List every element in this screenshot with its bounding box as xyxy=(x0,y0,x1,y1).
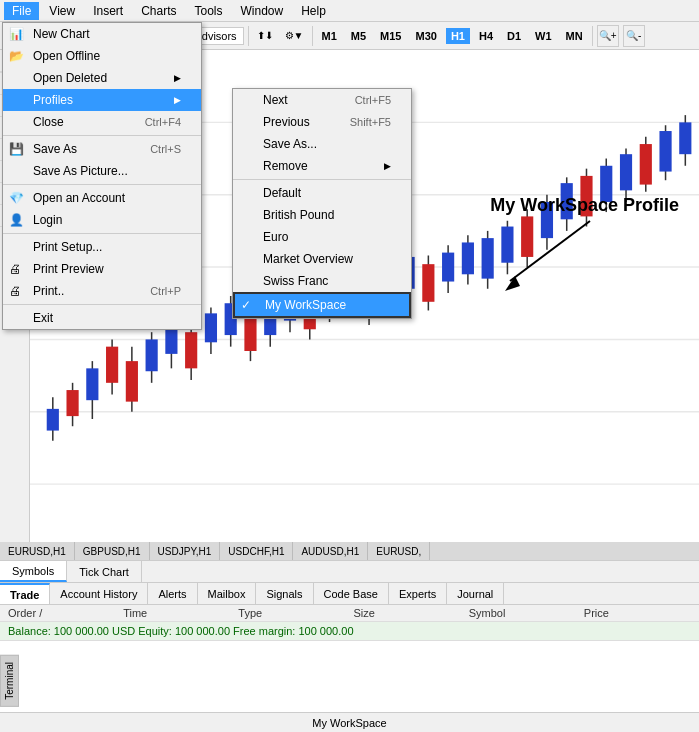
toolbar-sep-1 xyxy=(248,26,249,46)
tab-symbols[interactable]: Symbols xyxy=(0,561,67,582)
svg-rect-14 xyxy=(106,347,118,383)
status-text: My WorkSpace xyxy=(312,717,386,729)
svg-rect-12 xyxy=(86,368,98,400)
file-menu-save-as-picture[interactable]: Save As Picture... xyxy=(3,160,201,182)
file-menu-exit[interactable]: Exit xyxy=(3,307,201,329)
terminal-balance: Balance: 100 000.00 USD Equity: 100 000.… xyxy=(0,622,699,641)
profiles-save-as[interactable]: Save As... xyxy=(233,133,411,155)
svg-rect-70 xyxy=(659,131,671,172)
file-menu-print[interactable]: 🖨 Print.. Ctrl+P xyxy=(3,280,201,302)
profiles-arrow: ▶ xyxy=(174,95,181,105)
pair-tab-eurusd-2[interactable]: EURUSD, xyxy=(368,542,430,560)
toolbar-settings[interactable]: ⚙▼ xyxy=(281,28,308,43)
terminal-tab-trade[interactable]: Trade xyxy=(0,583,50,604)
menu-sep-1 xyxy=(3,135,201,136)
profiles-sep xyxy=(233,179,411,180)
close-shortcut: Ctrl+F4 xyxy=(145,116,181,128)
profile-market-overview[interactable]: Market Overview xyxy=(233,248,411,270)
col-type: Type xyxy=(234,606,349,620)
pair-tab-gbpusd-h1[interactable]: GBPUSD,H1 xyxy=(75,542,150,560)
terminal-panel: Trade Account History Alerts Mailbox Sig… xyxy=(0,582,699,712)
pair-tab-audusd-h1[interactable]: AUDUSD,H1 xyxy=(293,542,368,560)
terminal-tab-signals[interactable]: Signals xyxy=(256,583,313,604)
terminal-columns: Order / Time Type Size Symbol Price xyxy=(0,605,699,622)
profile-default[interactable]: Default xyxy=(233,182,411,204)
print-shortcut: Ctrl+P xyxy=(150,285,181,297)
menu-help[interactable]: Help xyxy=(293,2,334,20)
svg-rect-64 xyxy=(600,166,612,202)
terminal-side-label[interactable]: Terminal xyxy=(0,655,19,707)
toolbar-sep-2 xyxy=(312,26,313,46)
file-menu-open-account[interactable]: 💎 Open an Account xyxy=(3,187,201,209)
file-menu-open-deleted[interactable]: Open Deleted ▶ xyxy=(3,67,201,89)
file-menu-save-as[interactable]: 💾 Save As Ctrl+S xyxy=(3,138,201,160)
svg-rect-16 xyxy=(126,361,138,402)
svg-rect-8 xyxy=(47,409,59,431)
terminal-tab-alerts[interactable]: Alerts xyxy=(148,583,197,604)
timeframe-d1[interactable]: D1 xyxy=(502,28,526,44)
col-order: Order / xyxy=(4,606,119,620)
timeframe-h1[interactable]: H1 xyxy=(446,28,470,44)
tab-tick-chart[interactable]: Tick Chart xyxy=(67,561,142,582)
terminal-tab-mailbox[interactable]: Mailbox xyxy=(198,583,257,604)
terminal-tab-experts[interactable]: Experts xyxy=(389,583,447,604)
profiles-previous[interactable]: Previous Shift+F5 xyxy=(233,111,411,133)
file-dropdown[interactable]: 📊 New Chart 📂 Open Offline Open Deleted … xyxy=(2,22,202,330)
profile-british-pound[interactable]: British Pound xyxy=(233,204,411,226)
col-symbol: Symbol xyxy=(465,606,580,620)
zoom-in-btn[interactable]: 🔍+ xyxy=(597,25,619,47)
profile-swiss-franc[interactable]: Swiss Franc xyxy=(233,270,411,292)
menu-view[interactable]: View xyxy=(41,2,83,20)
timeframe-m15[interactable]: M15 xyxy=(375,28,406,44)
menu-insert[interactable]: Insert xyxy=(85,2,131,20)
print-preview-icon: 🖨 xyxy=(9,262,21,276)
status-bar: My WorkSpace xyxy=(0,712,699,732)
pair-tab-usdjpy-h1[interactable]: USDJPY,H1 xyxy=(150,542,221,560)
timeframe-h4[interactable]: H4 xyxy=(474,28,498,44)
menu-charts[interactable]: Charts xyxy=(133,2,184,20)
timeframe-m1[interactable]: M1 xyxy=(317,28,342,44)
menu-bar: File View Insert Charts Tools Window Hel… xyxy=(0,0,699,22)
menu-tools[interactable]: Tools xyxy=(187,2,231,20)
account-icon: 💎 xyxy=(9,191,24,205)
file-menu-login[interactable]: 👤 Login xyxy=(3,209,201,231)
svg-rect-48 xyxy=(442,253,454,282)
col-time: Time xyxy=(119,606,234,620)
previous-shortcut: Shift+F5 xyxy=(350,116,391,128)
file-menu-profiles[interactable]: Profiles ▶ xyxy=(3,89,201,111)
timeframe-m30[interactable]: M30 xyxy=(410,28,441,44)
svg-rect-60 xyxy=(561,183,573,219)
svg-rect-52 xyxy=(482,238,494,279)
pair-tab-usdchf-h1[interactable]: USDCHF,H1 xyxy=(220,542,293,560)
profiles-next[interactable]: Next Ctrl+F5 xyxy=(233,89,411,111)
menu-file[interactable]: File xyxy=(4,2,39,20)
profiles-remove[interactable]: Remove ▶ xyxy=(233,155,411,177)
svg-rect-10 xyxy=(66,390,78,416)
file-menu-print-preview[interactable]: 🖨 Print Preview xyxy=(3,258,201,280)
toolbar-arrows[interactable]: ⬆⬇ xyxy=(253,28,277,43)
save-shortcut: Ctrl+S xyxy=(150,143,181,155)
menu-window[interactable]: Window xyxy=(233,2,292,20)
profiles-submenu[interactable]: Next Ctrl+F5 Previous Shift+F5 Save As..… xyxy=(232,88,412,319)
file-menu-new-chart[interactable]: 📊 New Chart xyxy=(3,23,201,45)
remove-arrow: ▶ xyxy=(384,161,391,171)
timeframe-mn[interactable]: MN xyxy=(561,28,588,44)
file-menu-open-offline[interactable]: 📂 Open Offline xyxy=(3,45,201,67)
new-chart-icon: 📊 xyxy=(9,27,24,41)
profile-my-workspace[interactable]: ✓ My WorkSpace xyxy=(233,292,411,318)
svg-rect-66 xyxy=(620,154,632,190)
zoom-out-btn[interactable]: 🔍- xyxy=(623,25,645,47)
pair-tab-eurusd-h1[interactable]: EURUSD,H1 xyxy=(0,542,75,560)
menu-sep-3 xyxy=(3,233,201,234)
file-menu-print-setup[interactable]: Print Setup... xyxy=(3,236,201,258)
timeframe-w1[interactable]: W1 xyxy=(530,28,557,44)
svg-rect-46 xyxy=(422,264,434,302)
file-menu-close[interactable]: Close Ctrl+F4 xyxy=(3,111,201,133)
terminal-tab-journal[interactable]: Journal xyxy=(447,583,504,604)
open-deleted-arrow: ▶ xyxy=(174,73,181,83)
terminal-tab-account-history[interactable]: Account History xyxy=(50,583,148,604)
profile-euro[interactable]: Euro xyxy=(233,226,411,248)
next-shortcut: Ctrl+F5 xyxy=(355,94,391,106)
timeframe-m5[interactable]: M5 xyxy=(346,28,371,44)
terminal-tab-code-base[interactable]: Code Base xyxy=(314,583,389,604)
